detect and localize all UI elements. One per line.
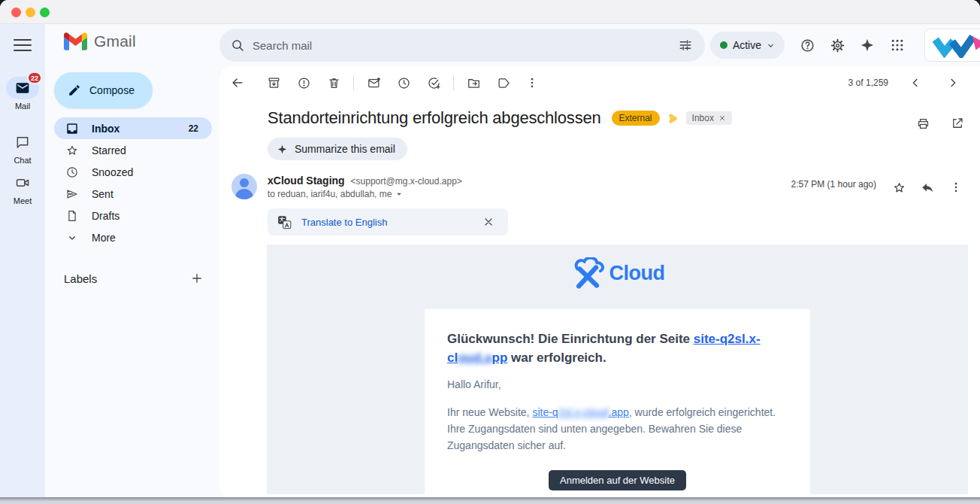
archive-icon [267, 76, 281, 90]
macos-titlebar [0, 0, 980, 24]
body-link-redacted: 2sl.x-cloud [558, 406, 609, 418]
create-label-button[interactable] [185, 266, 209, 290]
left-rail: 22 Mail Chat Meet [0, 24, 45, 497]
sidebar-snoozed-label: Snoozed [92, 166, 201, 178]
labels-button[interactable] [492, 71, 516, 95]
sparkle-icon [859, 37, 876, 53]
star-icon [65, 144, 79, 157]
older-message-button[interactable] [941, 71, 965, 95]
summarize-label: Summarize this email [295, 143, 395, 155]
remove-label-icon[interactable] [718, 114, 726, 122]
sidebar-item-drafts[interactable]: Drafts [54, 205, 212, 226]
more-message-options-button[interactable] [944, 175, 968, 199]
message-toolbar: 3 of 1,259 [219, 66, 980, 99]
gear-icon [830, 38, 845, 53]
status-active-dot [720, 41, 727, 49]
site-link[interactable]: site-q2sl.x-cloud.app [532, 406, 628, 418]
inbox-label-chip[interactable]: Inbox [686, 111, 732, 125]
gmail-logo[interactable]: Gmail [64, 32, 136, 50]
dismiss-translate-button[interactable] [476, 210, 501, 234]
summarize-email-button[interactable]: Summarize this email [268, 138, 407, 160]
gemini-button[interactable] [855, 33, 879, 57]
translate-icon [277, 214, 292, 230]
rail-mail-label: Mail [0, 102, 45, 111]
sidebar-item-inbox[interactable]: Inbox 22 [54, 117, 212, 139]
compose-label: Compose [89, 84, 135, 96]
sidebar: Gmail Compose Inbox 22 Starred [45, 24, 219, 497]
rail-item-mail[interactable]: 22 Mail [0, 77, 45, 111]
google-apps-button[interactable] [885, 33, 909, 57]
sender-email: <support@mg.x-cloud.app> [351, 176, 462, 187]
reply-button[interactable] [915, 175, 939, 199]
newer-message-button[interactable] [903, 71, 927, 95]
move-to-folder-icon [467, 76, 481, 90]
snooze-button[interactable] [392, 71, 416, 95]
importance-marker-icon[interactable] [667, 113, 680, 124]
snooze-clock-icon [397, 76, 411, 90]
draft-icon [65, 209, 79, 223]
xcloud-brand: Cloud [267, 257, 968, 289]
status-selector[interactable]: Active [710, 32, 785, 59]
more-options-button[interactable] [520, 71, 544, 95]
sidebar-item-sent[interactable]: Sent [54, 183, 212, 205]
settings-button[interactable] [825, 33, 849, 57]
sidebar-item-more[interactable]: More [54, 226, 212, 248]
archive-button[interactable] [262, 71, 286, 95]
email-view-card: 3 of 1,259 Standorteinrichtung erfolgrei… [219, 66, 980, 497]
print-button[interactable] [911, 111, 935, 135]
labels-header: Labels [64, 272, 185, 285]
tune-icon [678, 38, 693, 53]
star-message-button[interactable] [887, 175, 911, 199]
zoom-window-button[interactable] [40, 8, 50, 17]
screen: 22 Mail Chat Meet [0, 0, 980, 504]
search-input[interactable] [253, 39, 673, 52]
body-link-start: site-q [532, 406, 558, 418]
mark-unread-button[interactable] [361, 71, 386, 95]
rail-item-meet[interactable]: Meet [0, 172, 45, 205]
open-in-new-button[interactable] [945, 111, 969, 135]
delete-button[interactable] [322, 71, 346, 95]
details-arrow-icon [395, 190, 403, 198]
search-icon[interactable] [230, 38, 245, 53]
external-badge: External [612, 111, 660, 126]
email-heading: Glückwunsch! Die Einrichtung der Seite s… [447, 330, 788, 367]
open-in-new-icon [951, 117, 964, 130]
translate-bar: Translate to English [268, 208, 508, 235]
email-body-surface: Cloud Glückwunsch! Die Einrichtung der S… [267, 244, 968, 494]
xcloud-logo-icon [570, 257, 606, 289]
workspace-account-logo[interactable] [924, 29, 980, 62]
report-spam-button[interactable] [292, 71, 316, 95]
login-website-button[interactable]: Anmelden auf der Website [549, 470, 686, 490]
help-button[interactable] [795, 33, 819, 57]
email-subject: Standorteinrichtung erfolgreich abgeschl… [268, 108, 601, 128]
pagination-counter: 3 of 1,259 [848, 77, 888, 88]
sidebar-item-snoozed[interactable]: Snoozed [54, 161, 212, 183]
translate-link[interactable]: Translate to English [301, 217, 387, 228]
print-icon [916, 117, 930, 131]
main-menu-icon[interactable] [14, 36, 32, 54]
status-label: Active [733, 39, 761, 51]
search-options-button[interactable] [673, 33, 697, 57]
sender-name: xCloud Staging [268, 175, 345, 187]
compose-button[interactable]: Compose [54, 72, 153, 108]
rail-item-chat[interactable]: Chat [0, 131, 45, 165]
close-icon [482, 216, 495, 228]
star-icon [892, 181, 906, 195]
send-icon [65, 187, 79, 201]
back-to-inbox-button[interactable] [225, 71, 250, 95]
move-to-button[interactable] [461, 71, 485, 95]
chevron-down-icon [66, 232, 78, 244]
meet-camera-icon [14, 175, 31, 190]
sidebar-item-starred[interactable]: Starred [54, 139, 212, 161]
recipients-dropdown[interactable]: to reduan, iarif4u, abdullah, me [268, 189, 462, 199]
close-window-button[interactable] [11, 8, 21, 17]
heading-link-redacted: oud.a [458, 351, 492, 365]
chevron-down-icon [767, 41, 775, 50]
more-vert-icon [525, 76, 539, 90]
apps-grid-icon [890, 38, 905, 53]
minimize-window-button[interactable] [26, 8, 35, 17]
inbox-count: 22 [189, 123, 201, 134]
mail-icon [15, 80, 30, 96]
sidebar-drafts-label: Drafts [92, 210, 201, 222]
add-to-tasks-button[interactable] [422, 71, 446, 95]
